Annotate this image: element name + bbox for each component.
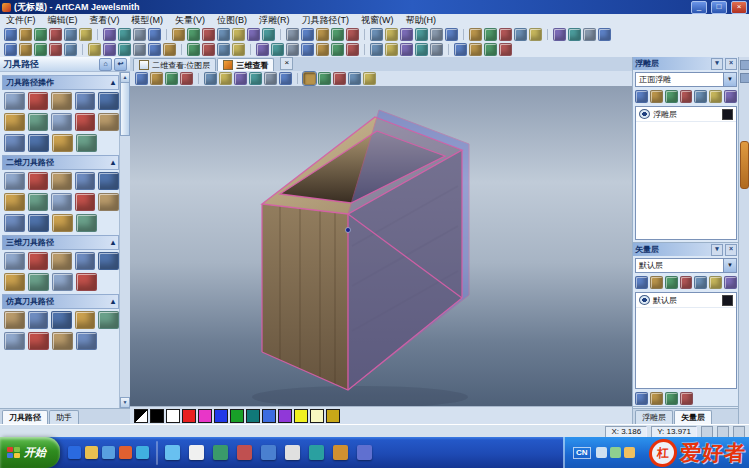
toolpath-icon[interactable] [4, 214, 25, 232]
vector-set-dropdown[interactable]: 默认层 ▼ [635, 258, 737, 273]
section-header[interactable]: 刀具路径操作▴ [2, 75, 119, 90]
media-player-icon[interactable] [119, 446, 132, 459]
dock-icon[interactable] [740, 73, 749, 83]
toolbar-icon[interactable] [163, 43, 176, 56]
antivirus-icon[interactable] [624, 447, 635, 458]
toolpath-icon[interactable] [75, 92, 96, 110]
toolpath-icon[interactable] [52, 332, 73, 350]
menu-item[interactable]: 编辑(E) [42, 14, 84, 27]
toolbar-icon[interactable] [49, 28, 62, 41]
layer-list-item[interactable]: 默认层 [636, 293, 736, 308]
toolbar-icon[interactable] [249, 72, 262, 85]
section-header[interactable]: 二维刀具路径▴ [2, 155, 119, 170]
toolbar-icon[interactable] [180, 72, 193, 85]
taskbar-app-7-icon[interactable] [309, 445, 324, 460]
toolbar-icon[interactable] [118, 43, 131, 56]
messenger-icon[interactable] [136, 446, 149, 459]
toolpath-icon[interactable] [28, 92, 49, 110]
toolbar-icon[interactable] [484, 28, 497, 41]
toolbar-icon[interactable] [316, 43, 329, 56]
toolpath-icon[interactable] [51, 92, 72, 110]
toolpath-icon[interactable] [4, 252, 25, 270]
toolpath-icon[interactable] [98, 172, 119, 190]
panel-tab[interactable]: 刀具路径 [2, 410, 48, 424]
menu-item[interactable]: 文件(F) [0, 14, 42, 27]
toolbar-icon[interactable] [79, 28, 92, 41]
collapse-arrow-icon[interactable]: ▴ [111, 238, 115, 247]
vertex-marker[interactable] [346, 228, 351, 233]
toolpath-icon[interactable] [28, 134, 49, 152]
close-view-button[interactable]: × [280, 57, 293, 70]
toolbar-icon[interactable] [499, 28, 512, 41]
rollup-button[interactable]: ▾ [711, 58, 723, 70]
color-swatch[interactable] [310, 409, 324, 423]
toolpath-icon[interactable] [76, 134, 97, 152]
toolbar-icon[interactable] [499, 43, 512, 56]
toolbar-icon[interactable] [430, 28, 443, 41]
toolbar-icon[interactable] [635, 392, 648, 405]
dropdown-arrow-icon[interactable]: ▼ [723, 73, 736, 86]
toolpath-icon[interactable] [98, 252, 119, 270]
3d-viewport[interactable] [130, 86, 632, 407]
menu-item[interactable]: 视窗(W) [355, 14, 400, 27]
toolbar-icon[interactable] [133, 28, 146, 41]
toolpath-icon[interactable] [4, 273, 25, 291]
toolbar-icon[interactable] [583, 28, 596, 41]
taskbar-app-2-icon[interactable] [189, 445, 204, 460]
toolpath-icon[interactable] [76, 273, 97, 291]
menu-item[interactable]: 模型(M) [126, 14, 170, 27]
color-swatch[interactable] [166, 409, 180, 423]
toolbar-icon[interactable] [172, 28, 185, 41]
visibility-eye-icon[interactable] [639, 295, 650, 305]
taskbar-app-1-icon[interactable] [165, 445, 180, 460]
toolbar-icon[interactable] [529, 28, 542, 41]
toolbar-icon[interactable] [103, 43, 116, 56]
primary-colors-swatch[interactable] [134, 409, 148, 423]
toolbar-icon[interactable] [650, 276, 663, 289]
toolbar-icon[interactable] [484, 43, 497, 56]
toolbar-icon[interactable] [665, 90, 678, 103]
color-swatch[interactable] [278, 409, 292, 423]
toolbar-icon[interactable] [234, 72, 247, 85]
toolbar-icon[interactable] [385, 28, 398, 41]
toolpath-icon[interactable] [51, 193, 72, 211]
volume-icon[interactable] [596, 447, 607, 458]
network-icon[interactable] [610, 447, 621, 458]
collapsed-panel-handle[interactable] [740, 141, 749, 189]
dock-icon[interactable] [740, 60, 749, 70]
toolbar-icon[interactable] [665, 392, 678, 405]
toolbar-icon[interactable] [568, 28, 581, 41]
toolbar-icon[interactable] [148, 43, 161, 56]
toolbar-icon[interactable] [430, 43, 443, 56]
toolbar-icon[interactable] [262, 28, 275, 41]
toolpath-icon[interactable] [28, 113, 49, 131]
toolbar-icon[interactable] [333, 72, 346, 85]
toolpath-icon[interactable] [98, 193, 119, 211]
toolpath-icon[interactable] [75, 311, 96, 329]
collapse-arrow-icon[interactable]: ▴ [111, 297, 115, 306]
section-header[interactable]: 三维刀具路径▴ [2, 235, 119, 250]
toolpath-icon[interactable] [52, 214, 73, 232]
toolbar-icon[interactable] [680, 392, 693, 405]
toolbar-icon[interactable] [204, 72, 217, 85]
toolpath-icon[interactable] [75, 193, 96, 211]
toolbar-icon[interactable] [469, 43, 482, 56]
toolpath-icon[interactable] [51, 311, 72, 329]
view-tab[interactable]: 二维查看:位图层 [133, 58, 216, 71]
toolbar-icon[interactable] [598, 28, 611, 41]
toolbar-icon[interactable] [286, 43, 299, 56]
toolbar-icon[interactable] [346, 43, 359, 56]
toolbar-icon[interactable] [635, 90, 648, 103]
collapse-arrow-icon[interactable]: ▴ [111, 78, 115, 87]
panel-home-button[interactable]: ⌂ [99, 58, 112, 71]
toolpath-icon[interactable] [28, 273, 49, 291]
relief-set-dropdown[interactable]: 正面浮雕 ▼ [635, 72, 737, 87]
toolbar-icon[interactable] [271, 43, 284, 56]
taskbar-app-4-icon[interactable] [237, 445, 252, 460]
toolpath-icon[interactable] [51, 113, 72, 131]
toolbar-icon[interactable] [19, 28, 32, 41]
toolbar-icon[interactable] [709, 90, 722, 103]
toolbar-icon[interactable] [370, 43, 383, 56]
section-header[interactable]: 仿真刀具路径▴ [2, 294, 119, 309]
toolpath-icon[interactable] [75, 113, 96, 131]
